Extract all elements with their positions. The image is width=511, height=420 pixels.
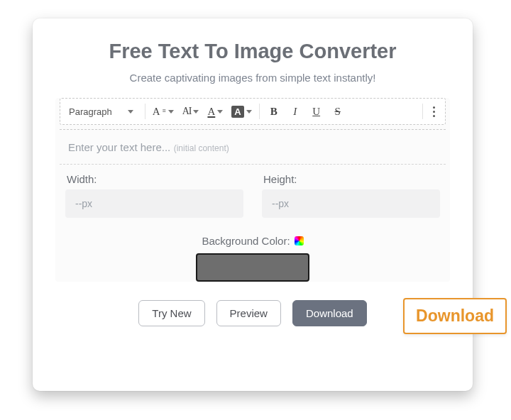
download-button[interactable]: Download <box>292 300 367 326</box>
block-type-select[interactable]: Paragraph <box>65 104 138 120</box>
width-input[interactable] <box>65 189 243 218</box>
strike-button[interactable]: S <box>328 101 348 121</box>
letter-case-button[interactable]: AI <box>180 101 202 121</box>
italic-button[interactable]: I <box>285 101 305 121</box>
highlight-button[interactable]: A <box>229 101 254 121</box>
button-row: Try New Preview Download <box>55 300 450 326</box>
toolbar-more <box>421 104 441 120</box>
block-type-label: Paragraph <box>69 106 112 117</box>
page-title: Free Text To Image Converter <box>55 40 450 63</box>
underline-button[interactable]: U <box>307 101 326 121</box>
width-label: Width: <box>67 173 243 185</box>
chevron-down-icon <box>168 110 174 114</box>
text-placeholder: Enter your text here... <box>68 141 170 153</box>
color-wheel-icon <box>295 236 304 245</box>
converter-card: Free Text To Image Converter Create capt… <box>33 18 473 391</box>
toolbar-divider <box>422 104 423 119</box>
bold-button[interactable]: B <box>264 101 284 121</box>
format-group: B I U S <box>264 101 348 121</box>
divider <box>60 129 446 130</box>
editor-toolbar: Paragraph A≡ AI A A B <box>60 98 446 125</box>
width-group: Width: <box>65 167 243 218</box>
initial-content-note: (initial content) <box>174 143 229 153</box>
bg-color-label: Background Color: <box>202 235 303 247</box>
toolbar-divider <box>145 104 145 119</box>
more-options-button[interactable] <box>427 104 441 120</box>
chevron-down-icon <box>246 110 252 114</box>
download-callout: Download <box>403 298 507 334</box>
height-label: Height: <box>263 173 440 185</box>
font-size-button[interactable]: A≡ <box>150 101 177 121</box>
preview-button[interactable]: Preview <box>216 300 281 326</box>
height-group: Height: <box>262 167 440 218</box>
chevron-down-icon <box>217 110 223 114</box>
height-input[interactable] <box>262 189 440 218</box>
dimensions-row: Width: Height: <box>60 164 446 225</box>
bg-color-group: Background Color: <box>55 235 450 282</box>
bg-color-swatch[interactable] <box>196 253 309 282</box>
text-input[interactable]: Enter your text here... (initial content… <box>60 131 446 164</box>
editor-area: Paragraph A≡ AI A A B <box>55 98 450 282</box>
page-subtitle: Create captivating images from simple te… <box>55 72 450 84</box>
chevron-down-icon <box>193 110 199 114</box>
chevron-down-icon <box>128 110 133 114</box>
toolbar-divider <box>259 104 260 119</box>
try-new-button[interactable]: Try New <box>138 300 204 326</box>
text-color-button[interactable]: A <box>204 101 226 121</box>
